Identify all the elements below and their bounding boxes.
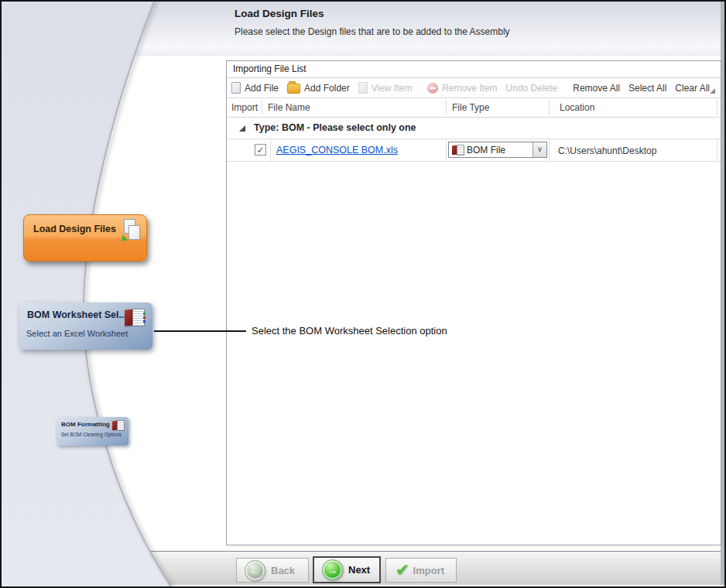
- annotation-line: [154, 330, 246, 332]
- import-check-icon: ✔: [396, 561, 409, 579]
- add-file-label: Add File: [245, 83, 279, 94]
- file-type-value: BOM File: [467, 145, 505, 156]
- add-file-button[interactable]: Add File: [231, 82, 279, 94]
- add-folder-button[interactable]: Add Folder: [287, 82, 350, 94]
- import-label: Import: [413, 565, 444, 576]
- step-title: Load Design Files: [33, 224, 116, 234]
- combobox-dropdown-button[interactable]: ∨: [533, 142, 546, 157]
- back-label: Back: [271, 565, 295, 576]
- column-header-location[interactable]: Location: [560, 102, 594, 113]
- column-header-import[interactable]: Import: [231, 102, 258, 113]
- load-files-icon: [122, 219, 141, 241]
- cell-divider: [549, 139, 550, 161]
- page-title: Load Design Files: [235, 8, 324, 19]
- chevron-down-icon: ∨: [537, 145, 543, 153]
- column-divider: [262, 100, 262, 115]
- column-divider: [549, 100, 550, 115]
- select-all-label: Select All: [628, 83, 666, 94]
- checkbox-check-icon: ✓: [256, 145, 264, 156]
- select-all-button[interactable]: Select All: [628, 83, 666, 94]
- remove-all-label: Remove All: [573, 83, 620, 94]
- file-list-toolbar: Add File Add Folder View Item Remove Ite…: [227, 78, 721, 98]
- step-bom-formatting[interactable]: BOM Formatting Set BOM Cleaning Options: [57, 417, 128, 446]
- cell-divider: [270, 139, 271, 161]
- group-expander-icon[interactable]: [239, 125, 245, 132]
- clear-all-button[interactable]: Clear All: [675, 83, 710, 94]
- excel-workbook-icon: [112, 420, 125, 432]
- remove-item-icon: [427, 83, 438, 94]
- column-divider: [446, 100, 447, 115]
- panel-title: Importing File List: [227, 61, 721, 78]
- file-table-row[interactable]: ✓ AEGIS_CONSOLE BOM.xls BOM File ∨ C:\Us…: [227, 139, 721, 162]
- step-bom-worksheet-selection[interactable]: BOM Worksheet Sel... Select an Excel Wor…: [19, 303, 152, 350]
- add-file-icon: [231, 82, 241, 94]
- page-subtitle: Please select the Design files that are …: [235, 26, 510, 37]
- next-label: Next: [348, 564, 370, 576]
- view-item-icon: [358, 82, 368, 94]
- remove-item-label: Remove Item: [442, 83, 497, 94]
- next-button[interactable]: → Next: [313, 556, 381, 583]
- back-button[interactable]: ← Back: [236, 558, 309, 583]
- step-subtitle: Set BOM Cleaning Options: [61, 432, 122, 437]
- step-title: BOM Worksheet Sel...: [27, 309, 127, 320]
- cell-divider: [717, 139, 717, 161]
- step-title: BOM Formatting: [61, 421, 110, 428]
- column-header-file-type[interactable]: File Type: [452, 102, 489, 113]
- cell-divider: [446, 139, 447, 161]
- step-subtitle: Select an Excel Worksheet: [26, 329, 128, 338]
- next-arrow-icon: →: [322, 559, 343, 580]
- location-cell: C:\Users\ahunt\Desktop: [558, 145, 656, 156]
- annotation-text: Select the BOM Worksheet Selection optio…: [252, 325, 447, 337]
- undo-delete-label: Undo Delete: [506, 83, 558, 94]
- remove-item-button[interactable]: Remove Item: [427, 83, 497, 94]
- excel-workbook-icon: [125, 308, 146, 328]
- add-folder-label: Add Folder: [304, 83, 350, 94]
- import-button[interactable]: ✔ Import: [385, 558, 457, 583]
- wizard-window: Load Design Files Please select the Desi…: [0, 0, 726, 588]
- bom-file-icon: [452, 145, 464, 156]
- table-header-row: Import File Name File Type Location: [227, 98, 721, 118]
- undo-delete-button[interactable]: Undo Delete: [506, 83, 558, 94]
- clear-all-label: Clear All: [675, 83, 710, 94]
- add-folder-icon: [287, 84, 300, 94]
- group-header-label: Type: BOM - Please select only one: [254, 122, 416, 133]
- column-divider: [717, 100, 717, 115]
- file-name-link[interactable]: AEGIS_CONSOLE BOM.xls: [276, 145, 398, 156]
- column-header-file-name[interactable]: File Name: [268, 102, 310, 113]
- view-item-label: View Item: [372, 83, 412, 94]
- importing-file-list-panel: Importing File List Add File Add Folder …: [226, 60, 721, 545]
- file-type-combobox[interactable]: BOM File ∨: [448, 142, 547, 158]
- import-checkbox[interactable]: ✓: [255, 144, 266, 156]
- step-load-design-files[interactable]: Load Design Files: [23, 214, 147, 262]
- back-arrow-icon: ←: [245, 560, 265, 581]
- view-item-button[interactable]: View Item: [358, 82, 412, 94]
- remove-all-button[interactable]: Remove All: [573, 83, 620, 94]
- group-header-row[interactable]: Type: BOM - Please select only one: [227, 118, 721, 139]
- toolbar-resize-grip-icon[interactable]: [710, 88, 715, 94]
